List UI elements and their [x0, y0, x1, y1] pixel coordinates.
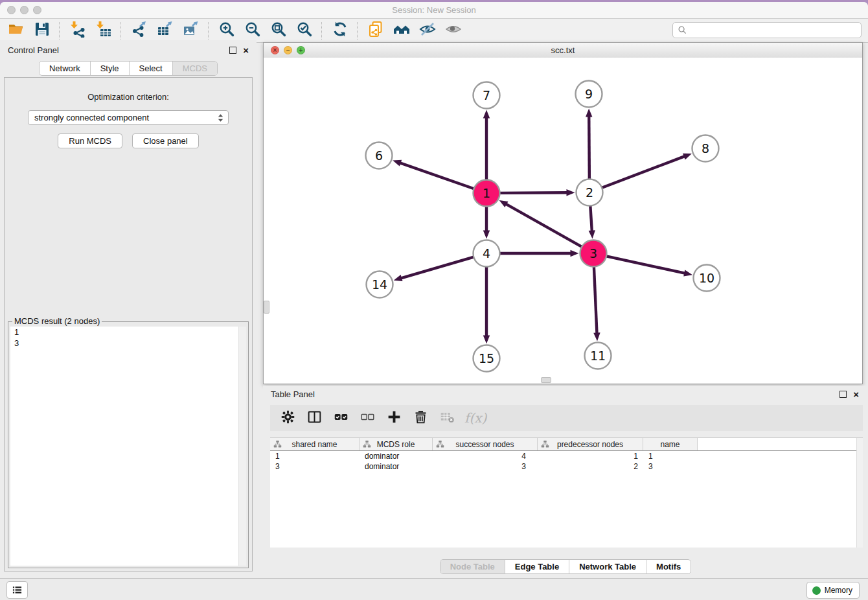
column-header-shared-name[interactable]: shared name	[270, 438, 360, 450]
tab-network-table[interactable]: Network Table	[569, 560, 646, 573]
network-view-title: scc.txt	[264, 43, 862, 58]
network-canvas[interactable]: 7968124314101511	[264, 58, 862, 384]
refresh-layout-button[interactable]	[329, 21, 350, 41]
close-view-icon[interactable]: ×	[271, 46, 279, 54]
select-all-button[interactable]	[332, 409, 350, 427]
tab-select[interactable]: Select	[129, 62, 172, 75]
table-cell: 3	[643, 461, 698, 472]
maximize-view-icon[interactable]: +	[297, 46, 305, 54]
graph-edge-1-7[interactable]	[483, 110, 490, 180]
table-scrollbar[interactable]	[856, 438, 863, 548]
export-image-button[interactable]	[180, 21, 201, 41]
float-table-panel-icon[interactable]	[839, 391, 847, 398]
tab-network[interactable]: Network	[40, 62, 90, 75]
optimization-select[interactable]: strongly connected component	[28, 110, 229, 125]
table-row[interactable]: 1dominator411	[270, 451, 863, 461]
graph-node-1[interactable]: 1	[474, 180, 500, 207]
graph-node-8[interactable]: 8	[692, 135, 719, 162]
graph-node-15[interactable]: 15	[474, 345, 500, 372]
graph-node-6[interactable]: 6	[366, 143, 393, 169]
graph-node-14[interactable]: 14	[367, 271, 393, 298]
zoom-selected-button[interactable]	[293, 21, 315, 41]
open-session-button[interactable]	[5, 21, 27, 41]
zoom-in-icon	[218, 21, 235, 40]
graph-edge-4-14[interactable]	[394, 257, 474, 281]
column-label: name	[660, 440, 680, 449]
graph-edge-2-9[interactable]	[586, 108, 592, 179]
minimize-view-icon[interactable]: –	[284, 46, 292, 54]
column-header-predecessor-nodes[interactable]: predecessor nodes	[538, 438, 643, 450]
save-session-button[interactable]	[31, 21, 52, 41]
node-table[interactable]: shared nameMCDS rolesuccessor nodesprede…	[270, 437, 863, 548]
graph-edge-3-1[interactable]	[499, 200, 582, 247]
graph-edge-2-8[interactable]	[602, 154, 692, 188]
close-table-panel-icon[interactable]: ×	[853, 391, 859, 398]
graph-edge-3-11[interactable]	[593, 266, 600, 341]
tab-node-table[interactable]: Node Table	[440, 560, 505, 573]
graph-node-2[interactable]: 2	[577, 179, 603, 206]
trash-button[interactable]	[411, 409, 429, 427]
svg-text:8: 8	[702, 141, 709, 156]
search-input[interactable]	[690, 25, 861, 36]
tab-motifs[interactable]: Motifs	[646, 560, 691, 573]
graph-node-3[interactable]: 3	[580, 240, 607, 267]
graph-edge-1-2[interactable]	[499, 189, 575, 196]
task-history-button[interactable]	[6, 581, 28, 599]
graph-node-9[interactable]: 9	[576, 81, 602, 108]
tab-mcds[interactable]: MCDS	[172, 62, 217, 75]
network-graph[interactable]: 7968124314101511	[264, 58, 862, 384]
search-field[interactable]	[672, 22, 862, 38]
zoom-in-button[interactable]	[216, 21, 237, 41]
zoom-selected-icon	[296, 21, 313, 40]
memory-button[interactable]: Memory	[806, 582, 860, 599]
close-panel-button[interactable]: Close panel	[132, 133, 199, 148]
zoom-fit-button[interactable]	[268, 21, 289, 41]
columns-icon	[307, 410, 322, 427]
export-network-button[interactable]	[128, 21, 150, 41]
maximize-window-icon[interactable]	[33, 6, 41, 14]
column-header-successor-nodes[interactable]: successor nodes	[433, 438, 538, 450]
mcds-result-title: MCDS result (2 nodes)	[12, 316, 102, 326]
graph-edge-4-15[interactable]	[483, 267, 490, 344]
canvas-hscroll-thumb[interactable]	[541, 377, 551, 383]
graph-node-10[interactable]: 10	[694, 265, 720, 292]
graph-node-11[interactable]: 11	[585, 343, 611, 369]
columns-button[interactable]	[305, 409, 323, 427]
canvas-vscroll-thumb[interactable]	[264, 301, 269, 314]
graph-edge-4-3[interactable]	[500, 250, 579, 257]
first-neighbors-button[interactable]	[391, 21, 412, 41]
zoom-out-button[interactable]	[242, 21, 263, 41]
column-header-name[interactable]: name	[643, 438, 698, 450]
mcds-result-list[interactable]: 13	[10, 327, 246, 566]
clone-network-button[interactable]	[365, 21, 386, 41]
tab-style[interactable]: Style	[90, 62, 129, 75]
export-network-icon	[131, 21, 148, 40]
result-scrollbar[interactable]	[238, 327, 246, 566]
import-table-button[interactable]	[93, 21, 114, 41]
hide-selected-button[interactable]	[417, 21, 438, 41]
close-window-icon[interactable]	[7, 6, 16, 14]
svg-text:15: 15	[479, 351, 494, 365]
graph-node-4[interactable]: 4	[474, 240, 500, 267]
graph-edge-2-3[interactable]	[589, 205, 595, 238]
graph-node-7[interactable]: 7	[474, 82, 500, 109]
table-row[interactable]: 3dominator323	[270, 461, 863, 472]
search-icon	[678, 25, 687, 35]
graph-edge-1-6[interactable]	[393, 160, 474, 189]
network-window-titlebar[interactable]: × – + scc.txt	[264, 43, 862, 58]
mcds-panel: Optimization criterion: strongly connect…	[4, 77, 253, 571]
export-table-button[interactable]	[154, 21, 176, 41]
run-mcds-button[interactable]: Run MCDS	[58, 133, 122, 148]
graph-edge-3-10[interactable]	[606, 256, 692, 276]
column-header-MCDS-role[interactable]: MCDS role	[360, 438, 433, 450]
import-network-button[interactable]	[67, 21, 88, 41]
graph-edge-1-4[interactable]	[483, 207, 490, 239]
close-panel-icon[interactable]: ×	[243, 47, 249, 54]
float-panel-icon[interactable]	[229, 47, 236, 54]
gear-button[interactable]	[279, 409, 297, 427]
deselect-all-button[interactable]	[358, 409, 376, 427]
minimize-window-icon[interactable]	[20, 6, 29, 14]
tab-edge-table[interactable]: Edge Table	[505, 560, 569, 573]
add-button[interactable]	[385, 409, 403, 427]
window-title: Session: New Session	[0, 2, 868, 18]
